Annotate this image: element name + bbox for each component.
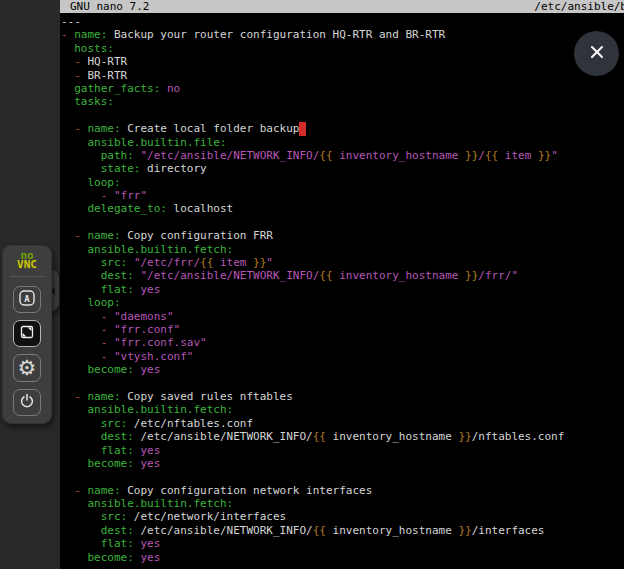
close-button[interactable] <box>574 31 619 76</box>
fullscreen-icon <box>19 324 35 343</box>
gear-icon: ⚙ <box>18 358 37 379</box>
nano-version: GNU nano 7.2 <box>70 0 149 13</box>
keyboard-icon: A <box>18 289 36 310</box>
power-button[interactable] <box>13 389 41 416</box>
settings-button[interactable]: ⚙ <box>13 354 41 381</box>
nano-filepath: /etc/ansible/b <box>534 0 624 13</box>
nano-terminal[interactable]: GNU nano 7.2 /etc/ansible/b ---- name: B… <box>60 0 624 569</box>
fullscreen-button[interactable] <box>13 320 41 347</box>
svg-text:A: A <box>24 294 30 304</box>
power-icon <box>19 393 35 412</box>
close-icon <box>587 42 607 65</box>
nano-editor[interactable]: ---- name: Backup your router configurat… <box>60 13 624 564</box>
novnc-logo-vnc: VNC <box>17 260 37 269</box>
novnc-control-bar: no VNC A ⚙ <box>2 245 52 424</box>
novnc-control-bar-area: no VNC A ⚙ <box>0 0 60 569</box>
nano-titlebar: GNU nano 7.2 /etc/ansible/b <box>60 0 624 13</box>
novnc-logo: no VNC <box>17 251 37 269</box>
keyboard-button[interactable]: A <box>13 286 41 313</box>
divider <box>10 276 44 277</box>
